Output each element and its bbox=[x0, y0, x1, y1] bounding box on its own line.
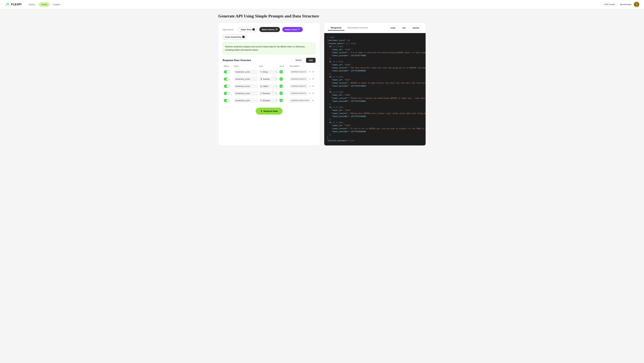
tag-holder-count-icon: 🔍 bbox=[298, 28, 300, 31]
array-check-row-0[interactable]: ✓ bbox=[280, 70, 283, 73]
reset-button[interactable]: RESET bbox=[293, 58, 305, 63]
table-row: ⇅Number▾✓+✕ bbox=[222, 75, 316, 83]
array-check-row-3[interactable]: ✓ bbox=[280, 92, 283, 95]
svg-point-1 bbox=[636, 3, 638, 5]
tabs: Response Generated Schema bbox=[328, 25, 371, 30]
right-panel: Response Generated Schema SAVE API SHARE… bbox=[324, 23, 426, 146]
name-input-row-4[interactable] bbox=[234, 98, 258, 103]
credits-badge: 1,000 Credits bbox=[601, 2, 618, 6]
name-input-row-1[interactable] bbox=[234, 77, 258, 81]
name-input-row-0[interactable] bbox=[234, 70, 258, 74]
col-array: Array bbox=[280, 65, 288, 67]
toggle-row-3[interactable] bbox=[224, 92, 230, 95]
name-input-row-3[interactable] bbox=[234, 91, 258, 96]
name-input-row-2[interactable] bbox=[234, 84, 258, 88]
logo-icon bbox=[5, 2, 10, 7]
tag-cross-asset-price-icon: 🅿 bbox=[242, 36, 244, 38]
type-select-row-4[interactable]: ⬡Boolean▾ bbox=[259, 98, 278, 103]
tag-token-price-label: Token Price bbox=[241, 28, 252, 31]
prompt-text: Retrieve sentiment analysis and current … bbox=[225, 45, 313, 52]
logo[interactable]: FLEXPI bbox=[5, 2, 22, 7]
add-button[interactable]: ADD bbox=[306, 58, 316, 63]
type-select-row-2[interactable]: {}Object▾ bbox=[259, 84, 278, 88]
table-body: TString▾✓+✕⇅Number▾✓+✕{}Object▾✓+✕⬡Boole… bbox=[222, 68, 316, 104]
col-description: Description bbox=[290, 65, 314, 67]
remove-row-btn-0[interactable]: ✕ bbox=[312, 70, 314, 73]
rds-buttons: RESET ADD bbox=[293, 58, 316, 63]
remove-row-btn-3[interactable]: ✕ bbox=[312, 92, 314, 95]
toggle-row-2[interactable] bbox=[224, 85, 230, 88]
api-button[interactable]: API bbox=[400, 25, 408, 30]
data-source-row: Data Source Token Price 🅿 Wallet History… bbox=[222, 27, 316, 39]
request-data-wrap: ✦ Request Data bbox=[222, 104, 316, 116]
data-source-label: Data Source bbox=[222, 28, 236, 31]
remove-row-btn-2[interactable]: ✕ bbox=[312, 84, 314, 88]
tag-wallet-history[interactable]: Wallet History ⏱ bbox=[260, 27, 280, 32]
type-select-row-1[interactable]: ⇅Number▾ bbox=[259, 77, 278, 81]
request-data-icon: ✦ bbox=[260, 110, 262, 112]
desc-cell-row-3: +✕ bbox=[290, 91, 314, 95]
tag-cross-asset-price-label: Cross Asset Price bbox=[225, 36, 242, 38]
add-row-btn-1[interactable]: + bbox=[309, 77, 311, 81]
type-select-row-0[interactable]: TString▾ bbox=[259, 70, 278, 74]
tab-generated-schema[interactable]: Generated Schema bbox=[344, 25, 371, 30]
right-panel-header: Response Generated Schema SAVE API SHARE bbox=[324, 23, 426, 33]
left-panel: Data Source Token Price 🅿 Wallet History… bbox=[218, 23, 320, 146]
prompt-area[interactable]: Retrieve sentiment analysis and current … bbox=[222, 42, 316, 54]
toggle-row-0[interactable] bbox=[224, 70, 230, 73]
desc-input-row-0[interactable] bbox=[290, 70, 308, 74]
rds-title: Response Data Structure bbox=[222, 59, 251, 62]
header-right: 1,000 Credits @andrewtate bbox=[601, 2, 639, 7]
nav-library[interactable]: Library bbox=[26, 2, 38, 7]
main-content: Generate API Using Simple Prompts and Da… bbox=[214, 9, 430, 150]
table-row: {}Object▾✓+✕ bbox=[222, 83, 316, 90]
desc-cell-row-2: +✕ bbox=[290, 84, 314, 88]
rds-section: Response Data Structure RESET ADD Status… bbox=[222, 58, 316, 104]
toggle-row-4[interactable] bbox=[224, 99, 230, 102]
desc-cell-row-1: +✕ bbox=[290, 77, 314, 81]
remove-row-btn-1[interactable]: ✕ bbox=[312, 77, 314, 81]
tag-wallet-history-icon: ⏱ bbox=[276, 28, 278, 31]
col-type: Type bbox=[259, 65, 278, 67]
tag-cross-asset-price[interactable]: Cross Asset Price 🅿 bbox=[222, 34, 247, 39]
col-name: Name bbox=[234, 65, 258, 67]
array-check-row-2[interactable]: ✓ bbox=[280, 84, 283, 88]
layout: Data Source Token Price 🅿 Wallet History… bbox=[218, 23, 426, 146]
save-button[interactable]: SAVE bbox=[388, 25, 398, 30]
share-button[interactable]: SHARE bbox=[410, 25, 422, 30]
table-row: TString▾✓+✕ bbox=[222, 68, 316, 75]
desc-input-row-1[interactable] bbox=[290, 77, 308, 81]
array-check-row-1[interactable]: ✓ bbox=[280, 77, 283, 81]
desc-input-row-3[interactable] bbox=[290, 91, 308, 95]
main-nav: Library Create Explore bbox=[26, 2, 62, 7]
request-data-button[interactable]: ✦ Request Data bbox=[256, 108, 283, 115]
tag-token-price[interactable]: Token Price 🅿 bbox=[238, 27, 257, 32]
code-panel[interactable]: 7 items "sentiment_score": 94 "related_t… bbox=[324, 33, 426, 145]
desc-cell-row-4: ✕ bbox=[290, 98, 314, 103]
add-row-btn-3[interactable]: + bbox=[309, 91, 311, 95]
desc-input-row-4[interactable] bbox=[290, 98, 311, 103]
tag-wallet-history-label: Wallet History bbox=[262, 28, 274, 31]
desc-cell-row-0: +✕ bbox=[290, 70, 314, 74]
nav-explore[interactable]: Explore bbox=[51, 2, 62, 7]
type-select-row-3[interactable]: ⬡Boolean▾ bbox=[259, 91, 278, 96]
add-row-btn-0[interactable]: + bbox=[309, 70, 311, 74]
logo-text: FLEXPI bbox=[11, 3, 22, 6]
avatar[interactable] bbox=[634, 2, 639, 7]
remove-row-btn-4[interactable]: ✕ bbox=[312, 99, 314, 102]
avatar-image bbox=[634, 2, 639, 7]
tag-holder-count[interactable]: Holder Count 🔍 bbox=[282, 27, 303, 32]
rds-header: Response Data Structure RESET ADD bbox=[222, 58, 316, 63]
desc-input-row-2[interactable] bbox=[290, 84, 308, 88]
toggle-row-1[interactable] bbox=[224, 77, 230, 81]
nav-create[interactable]: Create bbox=[38, 2, 50, 7]
tab-response[interactable]: Response bbox=[328, 25, 344, 30]
page-title: Generate API Using Simple Prompts and Da… bbox=[218, 14, 426, 18]
add-row-btn-2[interactable]: + bbox=[309, 84, 311, 88]
table-header: Status Name Type Array Description bbox=[222, 65, 316, 68]
username: @andrewtate bbox=[620, 3, 632, 5]
tag-holder-count-label: Holder Count bbox=[285, 28, 297, 31]
col-status: Status bbox=[224, 65, 233, 67]
table-row: ⬡Boolean▾✓+✕ bbox=[222, 90, 316, 97]
array-check-row-4[interactable]: ✓ bbox=[280, 99, 283, 102]
